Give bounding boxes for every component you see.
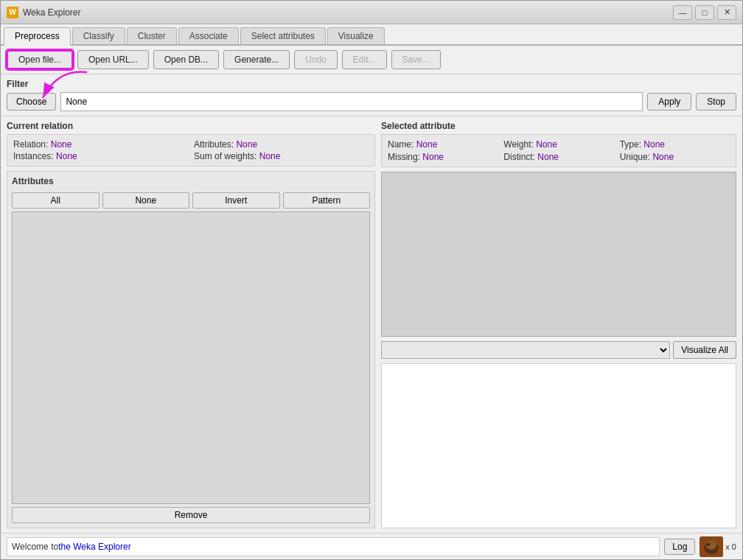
choose-button[interactable]: Choose	[7, 93, 56, 111]
filter-label: Filter	[7, 79, 736, 89]
attr-button-row: All None Invert Pattern	[12, 192, 370, 209]
current-relation-title: Current relation	[7, 121, 375, 131]
filter-input[interactable]	[60, 92, 643, 111]
tab-associate[interactable]: Associate	[178, 27, 239, 44]
visualize-all-button[interactable]: Visualize All	[673, 341, 736, 359]
selected-attr-grid: Name: None Weight: None Type: None	[388, 139, 730, 162]
right-panel: Selected attribute Name: None Weight: No…	[381, 121, 736, 528]
attribute-list[interactable]	[12, 211, 370, 504]
apply-button[interactable]: Apply	[647, 93, 691, 111]
tab-classify[interactable]: Classify	[72, 27, 125, 44]
unique-field: Unique: None	[620, 152, 730, 162]
relation-grid: Relation: None Attributes: None Instance…	[13, 139, 369, 161]
svg-point-2	[707, 543, 710, 546]
attribute-visualization	[381, 172, 736, 337]
close-button[interactable]: ✕	[717, 5, 736, 20]
toolbar: Open file... Open URL... Open DB... Gene…	[1, 46, 742, 74]
logo-count: x 0	[725, 542, 736, 551]
status-bar: Welcome to the Weka Explorer Log x 0	[1, 533, 742, 559]
selected-attribute-title: Selected attribute	[381, 121, 736, 131]
filter-section: Filter Choose Apply Stop	[1, 74, 742, 116]
stop-button[interactable]: Stop	[696, 93, 736, 111]
main-content: Current relation Relation: None Attribut…	[1, 116, 742, 533]
viz-controls-row: Visualize All	[381, 341, 736, 359]
current-relation-box: Relation: None Attributes: None Instance…	[7, 134, 375, 167]
status-message-link: the Weka Explorer	[58, 542, 131, 552]
open-db-button[interactable]: Open DB...	[153, 50, 219, 69]
attributes-section: Attributes All None Invert Pattern Remov…	[7, 171, 375, 528]
log-button[interactable]: Log	[664, 539, 695, 555]
invert-button[interactable]: Invert	[192, 192, 280, 209]
tab-bar: Preprocess Classify Cluster Associate Se…	[1, 24, 742, 46]
current-relation-section: Current relation Relation: None Attribut…	[7, 121, 375, 167]
lower-right-area	[381, 363, 736, 528]
status-message-prefix: Welcome to	[12, 542, 58, 552]
attributes-label: Attributes: None	[194, 139, 369, 150]
type-field: Type: None	[620, 139, 730, 150]
window-title: Weka Explorer	[23, 7, 673, 18]
none-button[interactable]: None	[102, 192, 190, 209]
save-button[interactable]: Save...	[391, 50, 441, 69]
all-button[interactable]: All	[12, 192, 100, 209]
weka-logo	[700, 536, 723, 557]
weight-field: Weight: None	[503, 139, 613, 150]
tab-cluster[interactable]: Cluster	[127, 27, 177, 44]
open-url-button[interactable]: Open URL...	[77, 50, 149, 69]
generate-button[interactable]: Generate...	[223, 50, 290, 69]
edit-button[interactable]: Edit...	[342, 50, 387, 69]
left-panel: Current relation Relation: None Attribut…	[7, 121, 375, 528]
selected-attribute-box: Name: None Weight: None Type: None	[381, 134, 736, 167]
relation-label: Relation: None	[13, 139, 188, 150]
status-text: Welcome to the Weka Explorer	[7, 537, 660, 556]
filter-row: Choose Apply Stop	[7, 92, 736, 111]
undo-button[interactable]: Undo	[294, 50, 338, 69]
name-field: Name: None	[388, 139, 498, 150]
missing-field: Missing: None	[388, 152, 498, 162]
tab-visualize[interactable]: Visualize	[327, 27, 385, 44]
pattern-button[interactable]: Pattern	[283, 192, 371, 209]
window-controls: — □ ✕	[673, 5, 736, 20]
distinct-field: Distinct: None	[503, 152, 613, 162]
minimize-button[interactable]: —	[673, 5, 692, 20]
viz-dropdown[interactable]	[381, 341, 670, 359]
instances-label: Instances: None	[13, 151, 188, 161]
attributes-title: Attributes	[12, 176, 370, 186]
tab-preprocess[interactable]: Preprocess	[4, 27, 71, 46]
remove-button[interactable]: Remove	[12, 507, 370, 523]
open-file-button[interactable]: Open file...	[7, 50, 73, 69]
app-icon: W	[7, 7, 18, 18]
title-bar: W Weka Explorer — □ ✕	[1, 1, 742, 24]
sum-of-weights-label: Sum of weights: None	[194, 151, 369, 161]
maximize-button[interactable]: □	[695, 5, 714, 20]
tab-select-attributes[interactable]: Select attributes	[240, 27, 326, 44]
selected-attribute-section: Selected attribute Name: None Weight: No…	[381, 121, 736, 167]
